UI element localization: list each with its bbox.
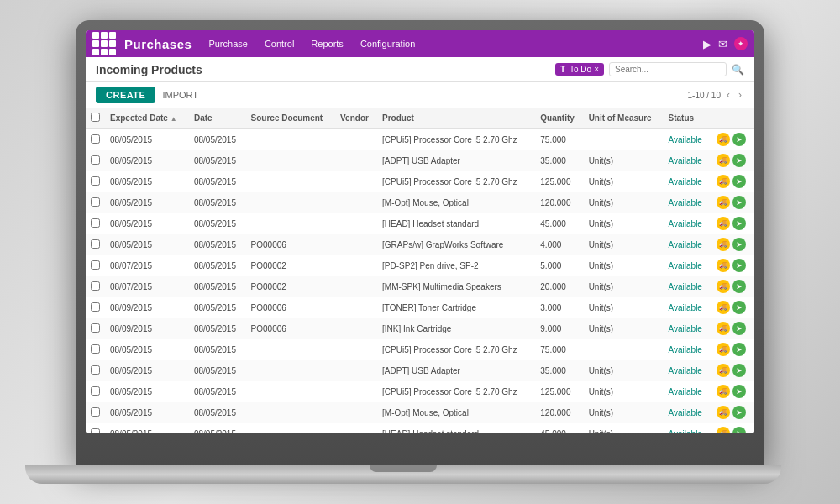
- arrow-icon[interactable]: ➤: [732, 238, 746, 251]
- arrow-icon[interactable]: ➤: [732, 217, 746, 230]
- nav-item-reports[interactable]: Reports: [307, 37, 347, 50]
- table-row[interactable]: 08/05/2015 08/05/2015 [HEAD] Headset sta…: [86, 423, 754, 434]
- truck-icon[interactable]: 🚚: [717, 280, 730, 293]
- table-row[interactable]: 08/09/2015 08/05/2015 PO00006 [INK] Ink …: [86, 318, 754, 339]
- page-prev-button[interactable]: ‹: [724, 88, 732, 102]
- filter-tag-remove[interactable]: ×: [594, 65, 599, 74]
- row-action-icons[interactable]: 🚚 ➤: [711, 129, 754, 150]
- mail-icon[interactable]: ✉: [718, 38, 727, 50]
- truck-icon[interactable]: 🚚: [717, 385, 730, 398]
- row-checkbox[interactable]: [86, 213, 105, 234]
- truck-icon[interactable]: 🚚: [717, 364, 730, 377]
- arrow-icon[interactable]: ➤: [732, 364, 746, 377]
- row-action-icons[interactable]: 🚚 ➤: [711, 276, 754, 297]
- arrow-icon[interactable]: ➤: [732, 343, 746, 356]
- row-action-icons[interactable]: 🚚 ➤: [711, 255, 754, 276]
- row-checkbox[interactable]: [86, 297, 105, 318]
- create-button[interactable]: CREATE: [96, 87, 155, 103]
- table-row[interactable]: 08/05/2015 08/05/2015 [CPUi5] Processor …: [86, 381, 754, 402]
- table-row[interactable]: 08/05/2015 08/05/2015 [CPUi5] Processor …: [86, 171, 754, 192]
- truck-icon[interactable]: 🚚: [717, 238, 730, 251]
- row-checkbox[interactable]: [86, 129, 105, 150]
- row-checkbox[interactable]: [86, 402, 105, 423]
- row-checkbox[interactable]: [86, 192, 105, 213]
- table-row[interactable]: 08/05/2015 08/05/2015 [ADPT] USB Adapter…: [86, 150, 754, 171]
- table-row[interactable]: 08/05/2015 08/05/2015 [M-Opt] Mouse, Opt…: [86, 402, 754, 423]
- row-action-icons[interactable]: 🚚 ➤: [711, 297, 754, 318]
- col-uom[interactable]: Unit of Measure: [584, 108, 664, 129]
- row-checkbox[interactable]: [86, 150, 105, 171]
- table-row[interactable]: 08/05/2015 08/05/2015 [M-Opt] Mouse, Opt…: [86, 192, 754, 213]
- row-action-icons[interactable]: 🚚 ➤: [711, 234, 754, 255]
- truck-icon[interactable]: 🚚: [717, 343, 730, 356]
- truck-icon[interactable]: 🚚: [717, 259, 730, 272]
- arrow-icon[interactable]: ➤: [732, 133, 746, 146]
- col-vendor[interactable]: Vendor: [335, 108, 377, 129]
- truck-icon[interactable]: 🚚: [717, 427, 730, 433]
- table-row[interactable]: 08/05/2015 08/05/2015 [CPUi5] Processor …: [86, 339, 754, 360]
- select-all-checkbox[interactable]: [91, 113, 100, 122]
- table-row[interactable]: 08/05/2015 08/05/2015 [ADPT] USB Adapter…: [86, 360, 754, 381]
- grid-menu-button[interactable]: [92, 32, 116, 55]
- row-checkbox[interactable]: [86, 171, 105, 192]
- arrow-icon[interactable]: ➤: [732, 259, 746, 272]
- nav-item-purchase[interactable]: Purchase: [205, 37, 250, 50]
- row-checkbox[interactable]: [86, 318, 105, 339]
- col-product[interactable]: Product: [377, 108, 535, 129]
- arrow-icon[interactable]: ➤: [732, 427, 746, 433]
- arrow-icon[interactable]: ➤: [732, 154, 746, 167]
- table-row[interactable]: 08/07/2015 08/05/2015 PO00002 [MM-SPK] M…: [86, 276, 754, 297]
- arrow-icon[interactable]: ➤: [732, 196, 746, 209]
- import-button[interactable]: IMPORT: [162, 90, 198, 100]
- filter-tag[interactable]: T To Do ×: [555, 63, 604, 76]
- col-date[interactable]: Date: [189, 108, 246, 129]
- table-row[interactable]: 08/09/2015 08/05/2015 PO00006 [TONER] To…: [86, 297, 754, 318]
- row-checkbox[interactable]: [86, 255, 105, 276]
- truck-icon[interactable]: 🚚: [717, 196, 730, 209]
- row-action-icons[interactable]: 🚚 ➤: [711, 423, 754, 433]
- arrow-icon[interactable]: ➤: [732, 322, 746, 335]
- arrow-icon[interactable]: ➤: [732, 301, 746, 314]
- truck-icon[interactable]: 🚚: [717, 217, 730, 230]
- row-action-icons[interactable]: 🚚 ➤: [711, 150, 754, 171]
- arrow-icon[interactable]: ➤: [732, 406, 746, 419]
- table-row[interactable]: 08/07/2015 08/05/2015 PO00002 [PD-SP2] P…: [86, 255, 754, 276]
- row-action-icons[interactable]: 🚚 ➤: [711, 402, 754, 423]
- row-action-icons[interactable]: 🚚 ➤: [711, 360, 754, 381]
- table-row[interactable]: 08/05/2015 08/05/2015 PO00006 [GRAPs/w] …: [86, 234, 754, 255]
- row-action-icons[interactable]: 🚚 ➤: [711, 318, 754, 339]
- row-action-icons[interactable]: 🚚 ➤: [711, 213, 754, 234]
- col-status[interactable]: Status: [664, 108, 711, 129]
- truck-icon[interactable]: 🚚: [717, 322, 730, 335]
- page-next-button[interactable]: ›: [736, 88, 744, 102]
- arrow-icon[interactable]: ➤: [732, 280, 746, 293]
- truck-icon[interactable]: 🚚: [717, 133, 730, 146]
- row-checkbox[interactable]: [86, 381, 105, 402]
- truck-icon[interactable]: 🚚: [717, 154, 730, 167]
- arrow-icon[interactable]: ➤: [732, 385, 746, 398]
- chat-icon[interactable]: ✦: [734, 37, 748, 50]
- nav-item-control[interactable]: Control: [261, 37, 297, 50]
- truck-icon[interactable]: 🚚: [717, 175, 730, 188]
- row-action-icons[interactable]: 🚚 ➤: [711, 381, 754, 402]
- table-row[interactable]: 08/05/2015 08/05/2015 [CPUi5] Processor …: [86, 129, 754, 150]
- table-row[interactable]: 08/05/2015 08/05/2015 [HEAD] Headset sta…: [86, 213, 754, 234]
- arrow-icon[interactable]: ➤: [732, 175, 746, 188]
- row-action-icons[interactable]: 🚚 ➤: [711, 192, 754, 213]
- row-checkbox[interactable]: [86, 423, 105, 434]
- row-checkbox[interactable]: [86, 360, 105, 381]
- truck-icon[interactable]: 🚚: [717, 301, 730, 314]
- row-action-icons[interactable]: 🚚 ➤: [711, 171, 754, 192]
- search-input[interactable]: [609, 62, 727, 76]
- truck-icon[interactable]: 🚚: [717, 406, 730, 419]
- col-source[interactable]: Source Document: [246, 108, 335, 129]
- nav-item-configuration[interactable]: Configuration: [357, 37, 418, 50]
- search-icon[interactable]: 🔍: [732, 64, 744, 76]
- row-checkbox[interactable]: [86, 339, 105, 360]
- row-checkbox[interactable]: [86, 234, 105, 255]
- col-expected-date[interactable]: Expected Date ▲: [105, 108, 189, 129]
- row-action-icons[interactable]: 🚚 ➤: [711, 339, 754, 360]
- row-checkbox[interactable]: [86, 276, 105, 297]
- col-quantity[interactable]: Quantity: [535, 108, 583, 129]
- play-icon[interactable]: ▶: [703, 38, 711, 50]
